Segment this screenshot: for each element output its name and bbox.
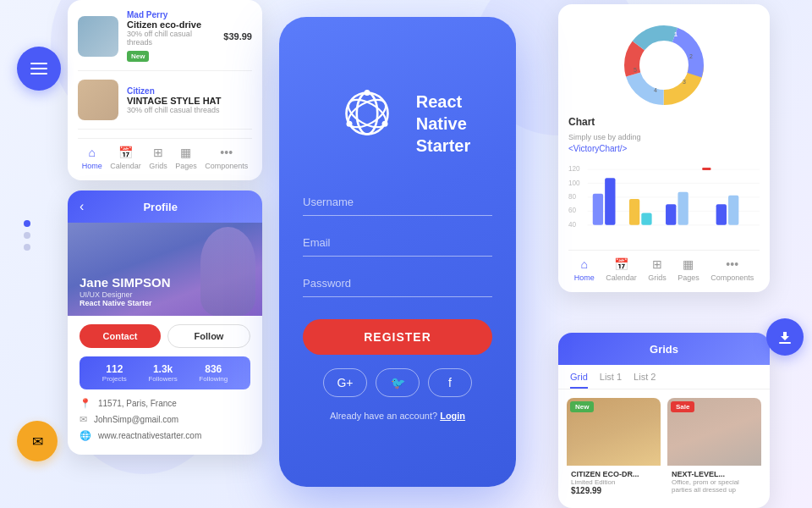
shop-item-2-image	[78, 80, 118, 120]
grid-item-2-image: Sale	[667, 398, 761, 466]
chart-pages-icon: ▦	[683, 257, 694, 271]
grids-tab-list2[interactable]: List 2	[634, 372, 656, 389]
calendar-icon: 📅	[118, 146, 133, 159]
profile-info-location: 📍 11571, Paris, France	[80, 398, 250, 409]
chart-card: 1 2 3 4 5 Chart Simply use by adding <Vi…	[558, 4, 770, 292]
stat-following-num: 836	[199, 363, 228, 375]
svg-text:120: 120	[568, 165, 580, 173]
shop-nav-calendar-label: Calendar	[110, 162, 141, 170]
profile-email: JohnSimp@gmail.com	[94, 415, 178, 424]
dot-1[interactable]	[24, 220, 30, 227]
shop-item-1-badge: New	[127, 51, 149, 62]
username-field[interactable]	[303, 189, 492, 216]
shop-nav-home-label: Home	[82, 162, 102, 170]
email-icon: ✉	[32, 433, 43, 450]
stat-following-label: Following	[199, 375, 228, 383]
svg-text:60: 60	[568, 207, 577, 214]
grids-title: Grids	[650, 343, 678, 356]
profile-header: ‹ Profile	[68, 190, 262, 223]
profile-info-email: ✉ JohnSimp@gmail.com	[80, 414, 250, 425]
chart-bottom-nav: ⌂ Home 📅 Calendar ⊞ Grids ▦ Pages ••• Co…	[568, 250, 760, 282]
login-footer: Already have an account? Login	[330, 411, 465, 421]
grids-items: New CITIZEN ECO-DR... Limited Edition $1…	[558, 389, 770, 508]
victory-chart-tag: <VictoryChart/>	[568, 144, 760, 153]
svg-rect-28	[593, 194, 603, 225]
stat-projects: 112 Projects	[102, 363, 127, 383]
grids-tab-list1[interactable]: List 1	[600, 372, 622, 389]
grid-item-1: New CITIZEN ECO-DR... Limited Edition $1…	[567, 398, 661, 500]
shop-card: Mad Perry Citizen eco-drive 30% off chil…	[68, 0, 262, 180]
password-input[interactable]	[303, 270, 492, 297]
profile-stats: 112 Projects 1.3k Followers 836 Followin…	[80, 356, 250, 389]
twitter-button[interactable]: 🐦	[376, 368, 420, 397]
google-button[interactable]: G+	[323, 368, 367, 397]
chart-nav-calendar-label: Calendar	[606, 273, 637, 282]
svg-text:100: 100	[568, 179, 580, 187]
shop-nav-components[interactable]: ••• Components	[205, 146, 248, 170]
svg-text:2: 2	[689, 53, 693, 59]
home-icon: ⌂	[89, 146, 96, 159]
svg-text:5: 5	[634, 67, 637, 73]
logo-svg	[325, 84, 409, 143]
svg-rect-31	[641, 213, 651, 224]
svg-point-6	[346, 120, 352, 126]
chart-nav-components[interactable]: ••• Components	[710, 257, 754, 282]
facebook-button[interactable]: f	[428, 368, 472, 397]
shop-nav-grids[interactable]: ⊞ Grids	[149, 146, 167, 170]
chart-nav-pages[interactable]: ▦ Pages	[678, 257, 700, 282]
profile-app-name: React Native Starter	[80, 299, 171, 307]
login-logo	[325, 84, 409, 146]
hamburger-icon	[30, 63, 47, 75]
bar-chart-area: 120 100 80 60 40	[568, 153, 760, 250]
shop-nav-pages[interactable]: ▦ Pages	[175, 146, 197, 170]
profile-hero: Jane SIMPSON UI/UX Designer React Native…	[68, 223, 262, 316]
chart-nav-home[interactable]: ⌂ Home	[574, 257, 595, 282]
email-input[interactable]	[303, 229, 492, 257]
follow-button[interactable]: Follow	[167, 324, 250, 348]
location-icon: 📍	[80, 398, 91, 409]
download-fab-button[interactable]	[766, 318, 804, 356]
dot-2[interactable]	[24, 232, 30, 239]
email-field[interactable]	[303, 229, 492, 257]
svg-rect-34	[702, 168, 710, 170]
profile-title: Profile	[143, 201, 177, 213]
grids-tab-grid[interactable]: Grid	[570, 372, 588, 389]
components-icon: •••	[220, 146, 233, 159]
chart-calendar-icon: 📅	[614, 257, 628, 271]
chart-nav-home-label: Home	[574, 273, 595, 282]
google-icon: G+	[337, 376, 353, 389]
dot-3[interactable]	[24, 244, 30, 251]
shop-item-1-price: $39.99	[223, 31, 252, 41]
svg-point-4	[364, 90, 370, 96]
username-input[interactable]	[303, 189, 492, 216]
grid-item-2-name: NEXT-LEVEL...	[672, 470, 757, 478]
profile-role: UI/UX Designer	[80, 290, 171, 299]
shop-nav-components-label: Components	[205, 162, 248, 170]
register-button[interactable]: REGISTER	[303, 319, 492, 355]
grid-item-1-price: $129.99	[571, 486, 656, 495]
grid-item-1-name: CITIZEN ECO-DR...	[571, 470, 656, 478]
shop-nav-home[interactable]: ⌂ Home	[82, 146, 102, 170]
svg-rect-35	[716, 204, 727, 225]
fab-menu-button[interactable]	[17, 47, 61, 91]
stat-following: 836 Following	[199, 363, 228, 383]
shop-nav-calendar[interactable]: 📅 Calendar	[110, 146, 141, 170]
login-logo-area: React Native Starter	[325, 84, 470, 163]
chart-nav-calendar[interactable]: 📅 Calendar	[606, 257, 637, 282]
password-field[interactable]	[303, 270, 492, 297]
chart-nav-pages-label: Pages	[678, 273, 700, 282]
login-footer-text: Already have an account?	[330, 411, 437, 421]
contact-button[interactable]: Contact	[80, 324, 161, 348]
fab-email-button[interactable]: ✉	[17, 421, 58, 461]
chart-subtitle: Simply use by adding	[568, 133, 760, 141]
profile-avatar-area: Jane SIMPSON UI/UX Designer React Native…	[80, 275, 171, 307]
svg-rect-32	[666, 204, 676, 225]
shop-item-1-brand: Mad Perry	[127, 10, 215, 19]
twitter-icon: 🐦	[391, 376, 405, 389]
profile-back-button[interactable]: ‹	[80, 199, 84, 214]
login-link[interactable]: Login	[440, 411, 465, 421]
donut-chart-svg: 1 2 3 4 5	[622, 23, 706, 108]
profile-website: www.reactnativestarter.com	[98, 431, 201, 440]
chart-nav-grids[interactable]: ⊞ Grids	[648, 257, 667, 282]
profile-location: 11571, Paris, France	[98, 399, 177, 408]
